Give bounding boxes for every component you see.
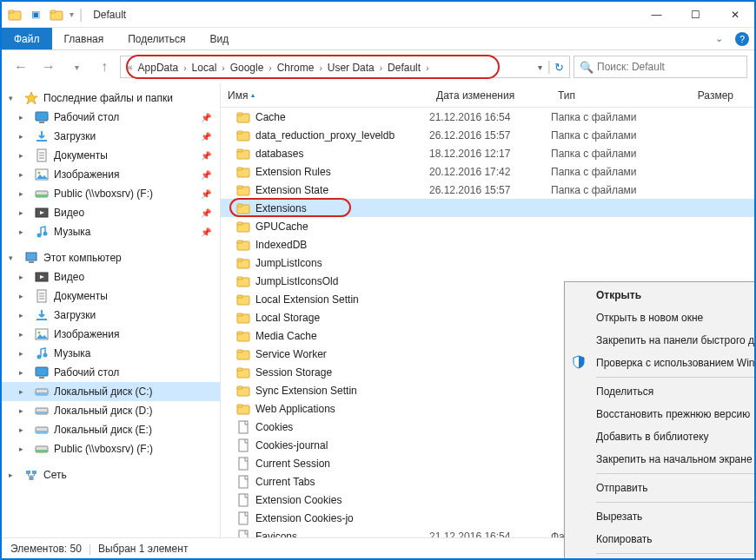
breadcrumb[interactable]: « AppData›Local›Google›Chrome›User Data›… bbox=[120, 56, 570, 78]
chevron-right-icon[interactable]: › bbox=[182, 63, 188, 73]
file-row[interactable]: IndexedDB bbox=[221, 235, 754, 254]
qat-properties-icon[interactable]: ▣ bbox=[28, 7, 43, 23]
tree-item[interactable]: ▸Документы bbox=[2, 287, 220, 306]
network-header[interactable]: ▸ Сеть bbox=[2, 465, 220, 484]
ribbon-tab-share[interactable]: Поделиться bbox=[116, 28, 197, 49]
quick-access-header[interactable]: ▾ Последние файлы и папки bbox=[2, 89, 220, 108]
tree-expand-icon[interactable]: ▸ bbox=[19, 170, 30, 179]
menu-item[interactable]: Проверка с использованием Windows Defend… bbox=[567, 352, 756, 374]
tree-expand-icon[interactable]: ▸ bbox=[19, 189, 30, 198]
tree-item[interactable]: ▸Загрузки bbox=[2, 306, 220, 325]
forward-button[interactable]: → bbox=[36, 56, 61, 78]
breadcrumb-item[interactable]: Chrome bbox=[274, 62, 318, 74]
maximize-button[interactable]: ☐ bbox=[676, 2, 715, 28]
ribbon-tab-home[interactable]: Главная bbox=[52, 28, 116, 49]
file-row[interactable]: Cache21.12.2016 16:54Папка с файлами bbox=[221, 108, 754, 126]
tree-item[interactable]: ▸Изображения bbox=[2, 325, 220, 344]
tree-item[interactable]: ▸Локальный диск (D:) bbox=[2, 401, 220, 420]
file-name: data_reduction_proxy_leveldb bbox=[255, 129, 429, 142]
search-box[interactable]: 🔍 bbox=[574, 56, 747, 78]
up-button[interactable]: ↑ bbox=[92, 56, 116, 78]
file-row[interactable]: JumpListIcons bbox=[221, 254, 754, 272]
tree-item[interactable]: ▸Локальный диск (E:) bbox=[2, 420, 220, 439]
breadcrumb-item[interactable]: Google bbox=[227, 62, 268, 74]
tree-expand-icon[interactable]: ▸ bbox=[19, 292, 30, 300]
menu-item[interactable]: Добавить в библиотеку▶ bbox=[567, 425, 756, 448]
tree-expand-icon[interactable]: ▸ bbox=[19, 368, 30, 377]
menu-item[interactable]: Создать ярлык bbox=[567, 557, 756, 560]
tree-item[interactable]: ▸Локальный диск (C:) bbox=[2, 382, 220, 401]
tree-expand-icon[interactable]: ▸ bbox=[19, 113, 30, 122]
menu-item[interactable]: Вырезать bbox=[567, 505, 756, 528]
tree-item[interactable]: ▸Public (\\vboxsrv) (F:)📌 bbox=[2, 184, 220, 203]
breadcrumb-dropdown-icon[interactable]: ▾ bbox=[536, 63, 544, 72]
tree-item[interactable]: ▸Рабочий стол📌 bbox=[2, 108, 220, 127]
tree-item[interactable]: ▸Музыка📌 bbox=[2, 222, 220, 241]
tree-expand-icon[interactable]: ▸ bbox=[19, 273, 30, 281]
column-name[interactable]: Имя▴ bbox=[221, 89, 429, 102]
file-row[interactable]: Extension State26.12.2016 15:57Папка с ф… bbox=[221, 181, 754, 199]
chevron-right-icon[interactable]: › bbox=[424, 63, 430, 73]
close-button[interactable]: ✕ bbox=[715, 2, 754, 28]
tree-expand-icon[interactable]: ▸ bbox=[19, 330, 30, 339]
breadcrumb-item[interactable]: AppData bbox=[135, 62, 182, 74]
nav-tree[interactable]: ▾ Последние файлы и папки ▸Рабочий стол📌… bbox=[2, 83, 221, 537]
file-row[interactable]: Extension Rules20.12.2016 17:42Папка с ф… bbox=[221, 162, 754, 181]
refresh-icon[interactable]: ↻ bbox=[554, 61, 564, 74]
breadcrumb-item[interactable]: Default bbox=[384, 62, 424, 74]
ribbon-tab-view[interactable]: Вид bbox=[197, 28, 241, 49]
menu-item[interactable]: Поделиться▶ bbox=[567, 380, 756, 403]
tree-item[interactable]: ▸Загрузки📌 bbox=[2, 127, 220, 146]
column-date[interactable]: Дата изменения bbox=[429, 89, 551, 102]
breadcrumb-item[interactable]: User Data bbox=[324, 62, 378, 74]
tree-expand-icon[interactable]: ▸ bbox=[19, 387, 30, 396]
menu-item[interactable]: Восстановить прежнюю версию bbox=[567, 403, 756, 425]
file-row[interactable]: Extensions bbox=[221, 199, 754, 217]
search-input[interactable] bbox=[597, 61, 741, 73]
menu-item[interactable]: Открыть в новом окне bbox=[567, 306, 756, 329]
tree-expand-icon[interactable]: ▸ bbox=[19, 445, 30, 453]
menu-item[interactable]: Отправить▶ bbox=[567, 477, 756, 499]
qat-dropdown-icon[interactable]: ▾ bbox=[70, 10, 74, 19]
help-button[interactable]: ? bbox=[730, 28, 754, 49]
this-pc-header[interactable]: ▾ Этот компьютер bbox=[2, 248, 220, 267]
tree-item[interactable]: ▸Музыка bbox=[2, 344, 220, 363]
tree-expand-icon[interactable]: ▸ bbox=[19, 425, 30, 434]
tree-expand-icon[interactable]: ▸ bbox=[19, 227, 30, 236]
qat-newfolder-icon[interactable] bbox=[49, 7, 64, 23]
tree-item[interactable]: ▸Видео bbox=[2, 267, 220, 287]
tree-expand-icon[interactable]: ▸ bbox=[19, 132, 30, 141]
tree-item-label: Изображения bbox=[54, 328, 119, 340]
back-button[interactable]: ← bbox=[9, 56, 33, 78]
chevron-right-icon[interactable]: › bbox=[220, 63, 226, 73]
menu-item[interactable]: Копировать bbox=[567, 528, 756, 550]
menu-item[interactable]: Закрепить на начальном экране bbox=[567, 448, 756, 471]
tree-expand-icon[interactable]: ▸ bbox=[19, 151, 30, 160]
column-type[interactable]: Тип bbox=[551, 89, 673, 102]
tree-expand-icon[interactable]: ▸ bbox=[19, 208, 30, 217]
folder-icon bbox=[236, 165, 250, 179]
ribbon-expand-icon[interactable]: ⌄ bbox=[707, 28, 730, 49]
file-row[interactable]: databases18.12.2016 12:17Папка с файлами bbox=[221, 144, 754, 162]
file-row[interactable]: data_reduction_proxy_leveldb26.12.2016 1… bbox=[221, 126, 754, 144]
history-dropdown-icon[interactable]: ▾ bbox=[64, 56, 89, 78]
tree-item[interactable]: ▸Документы📌 bbox=[2, 146, 220, 165]
minimize-button[interactable]: — bbox=[637, 2, 676, 28]
tree-expand-icon[interactable]: ▸ bbox=[19, 406, 30, 415]
chevron-right-icon[interactable]: › bbox=[378, 63, 384, 73]
folder-icon bbox=[236, 402, 250, 416]
tree-item[interactable]: ▸Видео📌 bbox=[2, 203, 220, 222]
menu-item[interactable]: Закрепить на панели быстрого доступа bbox=[567, 329, 756, 352]
tree-expand-icon[interactable]: ▸ bbox=[19, 311, 30, 320]
tree-item[interactable]: ▸Изображения📌 bbox=[2, 165, 220, 184]
breadcrumb-item[interactable]: Local bbox=[189, 62, 221, 74]
column-size[interactable]: Размер bbox=[673, 89, 754, 102]
tree-expand-icon[interactable]: ▸ bbox=[19, 349, 30, 358]
chevron-right-icon[interactable]: › bbox=[317, 63, 323, 73]
menu-item[interactable]: Открыть bbox=[567, 284, 756, 306]
tree-item[interactable]: ▸Рабочий стол bbox=[2, 363, 220, 382]
chevron-right-icon[interactable]: › bbox=[267, 63, 273, 73]
ribbon-file-tab[interactable]: Файл bbox=[2, 28, 52, 49]
tree-item[interactable]: ▸Public (\\vboxsrv) (F:) bbox=[2, 439, 220, 458]
file-row[interactable]: GPUCache bbox=[221, 217, 754, 235]
